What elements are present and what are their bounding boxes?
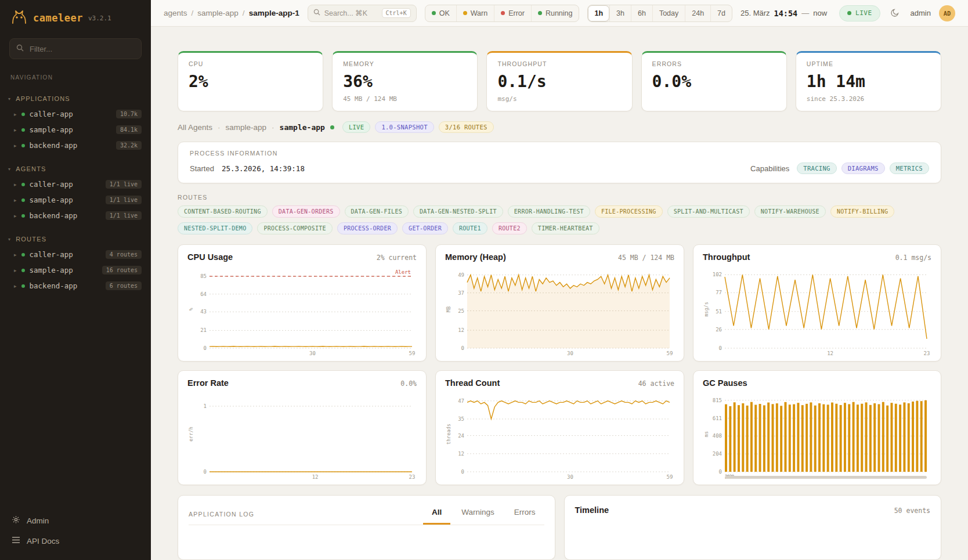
route-chip[interactable]: ERROR-HANDLING-TEST <box>508 205 590 218</box>
status-dot <box>21 128 25 132</box>
route-chip[interactable]: ROUTE2 <box>492 222 527 234</box>
time-range-button[interactable]: 3h <box>609 5 631 21</box>
sidebar-item-label: backend-app <box>30 281 101 290</box>
status-dot <box>432 11 436 15</box>
sidebar-item-badge: 10.7k <box>116 110 142 118</box>
status-filter-button[interactable]: OK <box>425 5 456 21</box>
log-tabs: All Warnings Errors <box>423 503 544 525</box>
list-icon <box>12 536 20 545</box>
thread-count-card: Thread Count 46 active threads0122435473… <box>435 370 684 485</box>
dark-mode-toggle[interactable] <box>888 5 902 21</box>
svg-text:12: 12 <box>312 474 319 480</box>
status-filter-button[interactable]: Warn <box>456 5 494 21</box>
time-range-button[interactable]: Today <box>652 5 685 21</box>
status-dot <box>21 253 25 256</box>
sidebar-filter[interactable] <box>9 38 142 59</box>
chart-title: CPU Usage <box>187 252 233 262</box>
app-name: cameleer <box>33 12 83 24</box>
time-range-label: 6h <box>638 9 646 17</box>
svg-text:43: 43 <box>200 309 207 315</box>
section-header-applications[interactable]: ▾ APPLICATIONS <box>0 91 151 106</box>
time-range-button[interactable]: 7d <box>710 5 732 21</box>
chevron-right-icon: ▸ <box>14 268 17 273</box>
status-filter-button[interactable]: Error <box>494 5 531 21</box>
sidebar-item-route[interactable]: ▸ caller-app 4 routes <box>0 247 151 262</box>
live-label: LIVE <box>855 9 872 17</box>
api-docs-link[interactable]: API Docs <box>0 531 151 551</box>
route-chip[interactable]: TIMER-HEARTBEAT <box>532 222 599 234</box>
sidebar-item-application[interactable]: ▸ sample-app 84.1k <box>0 122 151 138</box>
moon-icon <box>891 8 900 19</box>
range-separator: — <box>801 9 809 17</box>
sidebar-item-route[interactable]: ▸ backend-app 6 routes <box>0 278 151 294</box>
section-header-routes[interactable]: ▾ ROUTES <box>0 232 151 247</box>
chart-title: Thread Count <box>445 378 500 388</box>
log-tab[interactable]: Warnings <box>453 503 503 525</box>
log-tab[interactable]: Errors <box>505 503 544 525</box>
sidebar-section-agents: ▾ AGENTS ▸ caller-app 1/1 live ▸ sample-… <box>0 161 151 223</box>
throughput-chart: msg/s02651771021223 <box>703 265 931 357</box>
sidebar-item-application[interactable]: ▸ backend-app 32.2k <box>0 138 151 153</box>
admin-link[interactable]: Admin <box>0 510 151 531</box>
navigation-label: NAVIGATION <box>10 74 140 81</box>
breadcrumb-separator <box>192 9 194 17</box>
logo[interactable]: cameleer v3.2.1 <box>0 0 151 32</box>
time-range-label: 7d <box>717 9 725 17</box>
error-rate-chart: err/h011223 <box>187 391 417 481</box>
route-chip[interactable]: FILE-PROCESSING <box>595 205 663 218</box>
route-chip[interactable]: PROCESS-COMPOSITE <box>257 222 332 234</box>
svg-text:ms: ms <box>703 431 709 437</box>
route-chip[interactable]: PROCESS-ORDER <box>337 222 398 234</box>
route-chip[interactable]: DATA-GEN-ORDERS <box>272 205 340 218</box>
route-chip[interactable]: ROUTE1 <box>453 222 487 234</box>
route-chip[interactable]: DATA-GEN-FILES <box>345 205 409 218</box>
svg-text:815: 815 <box>713 398 722 403</box>
route-chip[interactable]: SPLIT-AND-MULTICAST <box>667 205 750 218</box>
search-box[interactable]: Search... ⌘K Ctrl+K <box>308 5 417 22</box>
svg-text:408: 408 <box>713 433 722 439</box>
section-header-agents[interactable]: ▾ AGENTS <box>0 161 151 176</box>
chart-title: Throughput <box>703 252 750 262</box>
route-chip[interactable]: NOTIFY-WAREHOUSE <box>754 205 826 218</box>
sidebar-item-agent[interactable]: ▸ sample-app 1/1 live <box>0 192 151 208</box>
stat-card: CPU 2% <box>178 51 323 111</box>
route-chip[interactable]: NOTIFY-BILLING <box>830 205 895 218</box>
breadcrumb-agents[interactable]: agents <box>164 9 187 17</box>
route-chip[interactable]: DATA-GEN-NESTED-SPLIT <box>413 205 503 218</box>
agent-badge: LIVE <box>342 121 371 133</box>
date-label: 25. März <box>741 9 770 17</box>
route-chip[interactable]: NESTED-SPLIT-DEMO <box>178 222 252 234</box>
avatar[interactable]: AD <box>939 5 955 21</box>
stat-card: ERRORS 0.0% <box>641 51 787 111</box>
process-info-title: PROCESS INFORMATION <box>190 150 929 157</box>
time-range-button[interactable]: 1h <box>588 5 609 21</box>
filter-input[interactable] <box>28 44 135 54</box>
live-badge[interactable]: LIVE <box>839 5 880 21</box>
sidebar-item-application[interactable]: ▸ caller-app 10.7k <box>0 106 151 122</box>
sidebar-item-badge: 1/1 live <box>106 180 142 189</box>
svg-text:12: 12 <box>458 327 464 333</box>
agent-badges: LIVE 1.0-SNAPSHOT 3/16 ROUTES <box>342 121 494 133</box>
memory-heap-chart: MB0122537493059 <box>445 265 674 357</box>
log-tab[interactable]: All <box>423 503 450 525</box>
agent-badge: 1.0-SNAPSHOT <box>375 121 434 133</box>
sidebar-item-agent[interactable]: ▸ caller-app 1/1 live <box>0 176 151 192</box>
route-chip[interactable]: CONTENT-BASED-ROUTING <box>178 205 268 218</box>
time-range-group: 1h 3h 6h Today 24h 7d <box>587 5 732 22</box>
all-agents-link[interactable]: All Agents <box>178 123 212 132</box>
route-chip[interactable]: GET-ORDER <box>402 222 448 234</box>
app-version: v3.2.1 <box>88 15 111 22</box>
sidebar-item-agent[interactable]: ▸ backend-app 1/1 live <box>0 208 151 223</box>
live-dot <box>847 11 851 15</box>
stat-cards-row: CPU 2% MEMORY 36% 45 MB / 124 MB THROUGH… <box>178 51 941 111</box>
search-shortcut-badge: Ctrl+K <box>382 8 411 18</box>
status-filter-button[interactable]: Running <box>531 5 579 21</box>
date-range[interactable]: 25. März 14:54 — now <box>741 9 827 18</box>
time-range-button[interactable]: 6h <box>631 5 652 21</box>
sidebar-footer: Admin API Docs <box>0 504 151 560</box>
sidebar-item-route[interactable]: ▸ sample-app 16 routes <box>0 262 151 278</box>
breadcrumb-sample-app[interactable]: sample-app <box>197 9 239 17</box>
agent-group-link[interactable]: sample-app <box>226 123 267 132</box>
time-range-button[interactable]: 24h <box>685 5 710 21</box>
svg-text:47: 47 <box>458 398 464 404</box>
